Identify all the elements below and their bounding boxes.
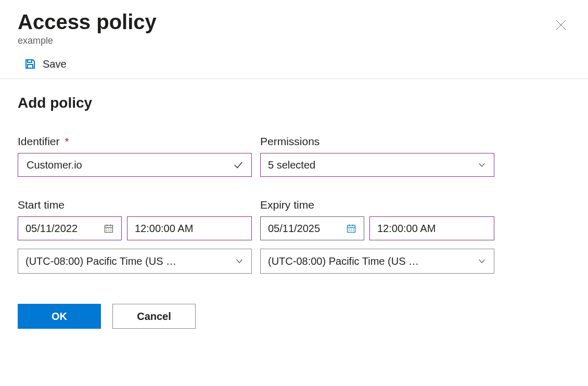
identifier-combobox[interactable] bbox=[18, 153, 252, 177]
page-subtitle: example bbox=[18, 35, 157, 46]
identifier-input[interactable] bbox=[25, 159, 233, 172]
start-timezone-dropdown[interactable]: (UTC-08:00) Pacific Time (US … bbox=[18, 249, 252, 274]
section-title: Add policy bbox=[18, 95, 570, 111]
toolbar: Save bbox=[0, 46, 588, 79]
start-time-label: Start time bbox=[18, 199, 252, 211]
chevron-down-icon bbox=[235, 256, 244, 266]
expiry-date-picker[interactable]: 05/11/2025 bbox=[260, 216, 364, 240]
calendar-icon bbox=[346, 223, 356, 234]
save-icon bbox=[24, 58, 36, 70]
close-icon bbox=[555, 19, 567, 31]
svg-rect-2 bbox=[28, 60, 32, 62]
start-timezone-value: (UTC-08:00) Pacific Time (US … bbox=[25, 255, 176, 267]
start-time-value: 12:00:00 AM bbox=[135, 223, 193, 235]
expiry-date-value: 05/11/2025 bbox=[268, 223, 320, 235]
expiry-time-value: 12:00:00 AM bbox=[377, 223, 436, 235]
start-time-input[interactable]: 12:00:00 AM bbox=[127, 216, 252, 240]
save-label: Save bbox=[43, 58, 67, 70]
close-button[interactable] bbox=[555, 19, 567, 31]
permissions-label: Permissions bbox=[260, 135, 494, 148]
identifier-label-text: Identifier bbox=[18, 135, 60, 147]
page-title: Access policy bbox=[18, 9, 157, 34]
expiry-timezone-dropdown[interactable]: (UTC-08:00) Pacific Time (US … bbox=[260, 249, 494, 274]
svg-rect-3 bbox=[28, 65, 33, 68]
calendar-icon bbox=[104, 223, 114, 234]
cancel-button[interactable]: Cancel bbox=[112, 304, 196, 329]
chevron-down-icon bbox=[477, 160, 487, 170]
expiry-time-label: Expiry time bbox=[260, 199, 494, 211]
permissions-value: 5 selected bbox=[268, 159, 315, 171]
ok-button[interactable]: OK bbox=[18, 304, 101, 329]
expiry-time-input[interactable]: 12:00:00 AM bbox=[369, 216, 494, 240]
start-date-picker[interactable]: 05/11/2022 bbox=[18, 216, 122, 240]
required-marker: * bbox=[65, 135, 69, 147]
check-icon bbox=[233, 159, 244, 171]
expiry-timezone-value: (UTC-08:00) Pacific Time (US … bbox=[268, 255, 419, 267]
identifier-label: Identifier * bbox=[18, 135, 252, 148]
permissions-dropdown[interactable]: 5 selected bbox=[260, 153, 494, 177]
chevron-down-icon bbox=[477, 256, 487, 266]
start-date-value: 05/11/2022 bbox=[25, 223, 78, 235]
save-button[interactable]: Save bbox=[24, 58, 67, 70]
